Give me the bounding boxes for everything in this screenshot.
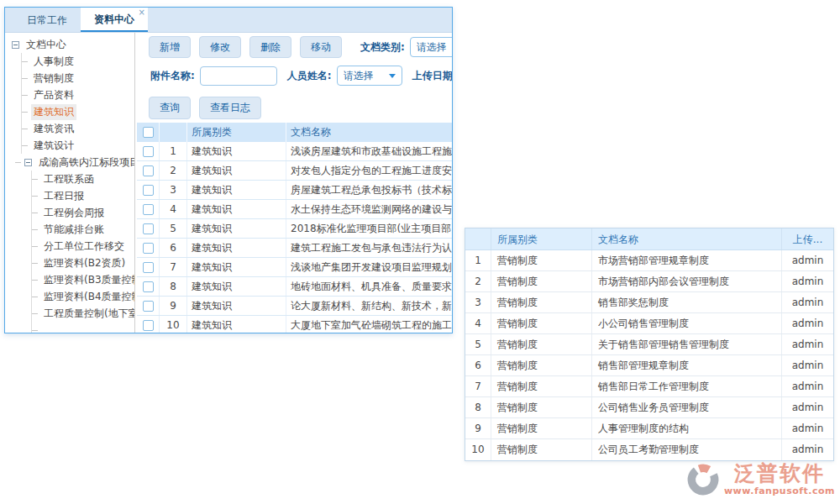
sidebar-project-item[interactable]: 监理资料(B2资质)	[32, 255, 134, 271]
row-category: 建筑知识	[187, 181, 286, 199]
sidebar-project-item[interactable]: 工程日报	[32, 187, 134, 204]
move-button[interactable]: 移动	[300, 36, 342, 58]
sidebar-item[interactable]: 产品资料	[22, 87, 134, 103]
sidebar-root-label: 文档中心	[24, 37, 69, 53]
row-doc-name: 人事管理制度的结构	[591, 418, 781, 438]
doc-category-select[interactable]: 请选择	[410, 37, 453, 57]
header-doc-name: 文档名称	[591, 228, 781, 249]
table-row[interactable]: 2 营销制度 市场营销部内部会议管理制度 admin	[465, 271, 833, 292]
sidebar-item[interactable]: 建筑资讯	[22, 120, 134, 137]
table-row[interactable]: 1 营销制度 市场营销部管理规章制度 admin	[465, 250, 833, 271]
sidebar-project-item[interactable]: 分工单位工作移交	[32, 238, 134, 255]
row-doc-name: 小公司销售管理制度	[591, 313, 781, 333]
sidebar-item-label: 分工单位工作移交	[41, 239, 127, 255]
sidebar-project-item[interactable]: 监理资料(B4质量控制)	[32, 288, 134, 305]
row-uploader: admin	[781, 355, 833, 375]
row-number: 7	[465, 376, 491, 396]
tab-close-icon[interactable]: ×	[139, 8, 145, 17]
collapse-icon[interactable]	[24, 159, 32, 166]
table-row[interactable]: 9 营销制度 人事管理制度的结构 admin	[465, 418, 833, 439]
table-row[interactable]: 7 建筑知识 浅谈地产集团开发建设项目监理规划编...	[137, 258, 453, 277]
row-number: 6	[465, 355, 491, 375]
row-number: 9	[160, 297, 187, 315]
table-row[interactable]: 6 建筑知识 建筑工程施工发包与承包违法行为认定...	[137, 239, 453, 258]
sidebar-item-clipped[interactable]	[32, 322, 134, 333]
row-checkbox[interactable]	[143, 262, 154, 273]
modify-button[interactable]: 修改	[199, 36, 241, 58]
query-toolbar: 查询 查看日志	[149, 97, 452, 118]
row-checkbox[interactable]	[143, 185, 154, 196]
sidebar-project-item[interactable]: 监理资料(B3质量控制)	[32, 271, 134, 288]
row-doc-name: 房屋建筑工程总承包投标书（技术标）...	[286, 181, 453, 199]
row-checkbox[interactable]	[143, 281, 154, 292]
header-doc-name: 文档名称	[286, 123, 453, 142]
delete-button[interactable]: 删除	[249, 36, 291, 58]
table-row[interactable]: 7 营销制度 销售部日常工作管理制度 admin	[465, 376, 833, 397]
sidebar-project-item[interactable]: 工程例会周报	[32, 204, 134, 221]
row-checkbox[interactable]	[143, 146, 154, 157]
sidebar-project-item[interactable]: 节能减排台账	[32, 221, 134, 238]
row-category: 营销制度	[491, 292, 591, 312]
table-row[interactable]: 1 建筑知识 浅谈房屋建筑和市政基础设施工程施工...	[137, 142, 453, 161]
row-number: 10	[465, 439, 491, 460]
data-center-window: 日常工作 资料中心 × 文档中心 人事制度 营销制度 产品资料 建筑知识 建筑资…	[4, 7, 453, 333]
sidebar-item-label: 建筑资讯	[31, 121, 76, 137]
row-category: 营销制度	[491, 313, 591, 333]
table-row[interactable]: 4 建筑知识 水土保持生态环境监测网络的建设与资...	[137, 200, 453, 219]
sidebar-item[interactable]: 营销制度	[22, 70, 134, 87]
row-category: 营销制度	[491, 271, 591, 291]
sidebar-item[interactable]: 人事制度	[22, 53, 134, 70]
table-row[interactable]: 8 营销制度 公司销售业务员管理制度 admin	[465, 397, 833, 418]
table-row[interactable]: 4 营销制度 小公司销售管理制度 admin	[465, 313, 833, 334]
row-checkbox[interactable]	[143, 223, 154, 234]
row-checkbox[interactable]	[143, 243, 154, 254]
row-checkbox[interactable]	[143, 204, 154, 215]
fanpu-logo: 泛普软件 www.fanpusoft.com	[685, 462, 835, 497]
sidebar-item[interactable]: 建筑知识	[22, 103, 134, 120]
table-row[interactable]: 2 建筑知识 对发包人指定分包的工程施工进度安排...	[137, 161, 453, 181]
row-checkbox[interactable]	[143, 301, 154, 312]
tab-daily-work[interactable]: 日常工作	[13, 8, 81, 32]
view-log-button[interactable]: 查看日志	[199, 97, 261, 118]
collapse-icon[interactable]	[12, 41, 19, 49]
row-checkbox[interactable]	[143, 165, 154, 176]
documents-table-header: 所属别类 文档名称	[137, 123, 453, 142]
sidebar-project-root[interactable]: 成渝高铁内江标段项目	[15, 154, 134, 171]
logo-brand-text: 泛普软件	[724, 463, 835, 485]
row-category: 营销制度	[491, 439, 591, 460]
row-doc-name: 2018标准化监理项目部(业主项目部)人员...	[286, 219, 453, 238]
row-category: 建筑知识	[187, 297, 286, 315]
table-row[interactable]: 6 营销制度 销售部管理规章制度 admin	[465, 355, 833, 376]
header-category: 所属别类	[187, 123, 286, 142]
table-row[interactable]: 9 建筑知识 论大厦新材料、新结构、新技术，新工...	[137, 297, 453, 316]
sidebar-root-document-center[interactable]: 文档中心	[12, 36, 134, 53]
sidebar-item-label: 人事制度	[31, 54, 76, 70]
logo-website-text: www.fanpusoft.com	[724, 486, 835, 496]
row-uploader: admin	[781, 376, 833, 396]
select-all-checkbox[interactable]	[143, 127, 154, 138]
row-category: 营销制度	[491, 397, 591, 417]
add-button[interactable]: 新增	[149, 36, 191, 58]
query-button[interactable]: 查询	[149, 97, 191, 118]
table-row[interactable]: 5 建筑知识 2018标准化监理项目部(业主项目部)人员...	[137, 219, 453, 239]
table-row[interactable]: 10 营销制度 公司员工考勤管理制度 admin	[465, 439, 833, 460]
sidebar-project-item[interactable]: 工程质量控制(地下室)	[32, 305, 134, 322]
row-doc-name: 关于销售部管理销售管理制度	[591, 334, 781, 354]
row-doc-name: 市场营销部内部会议管理制度	[591, 271, 781, 291]
table-row[interactable]: 3 营销制度 销售部奖惩制度 admin	[465, 292, 833, 313]
row-category: 建筑知识	[187, 316, 286, 333]
tab-data-center[interactable]: 资料中心 ×	[81, 8, 148, 32]
table-row[interactable]: 5 营销制度 关于销售部管理销售管理制度 admin	[465, 334, 833, 355]
row-number: 1	[160, 142, 187, 160]
table-row[interactable]: 8 建筑知识 地砖地面材料、机具准备、质量要求及...	[137, 277, 453, 297]
attachment-name-input[interactable]	[200, 66, 277, 86]
sidebar-item[interactable]: 建筑设计	[22, 137, 134, 154]
doc-category-value: 请选择	[417, 40, 447, 55]
row-checkbox[interactable]	[143, 320, 154, 331]
table-row[interactable]: 3 建筑知识 房屋建筑工程总承包投标书（技术标）...	[137, 181, 453, 200]
table-row[interactable]: 10 建筑知识 大厦地下室加气砼墙砌筑工程的施工方...	[137, 316, 453, 333]
sidebar-item-label: 建筑设计	[31, 138, 76, 154]
sidebar-project-item[interactable]: 工程联系函	[32, 171, 134, 187]
row-category: 建筑知识	[187, 239, 286, 257]
person-name-select[interactable]: 请选择	[337, 66, 402, 86]
